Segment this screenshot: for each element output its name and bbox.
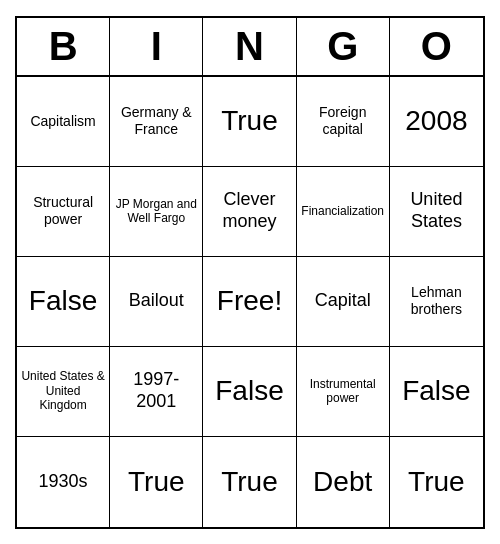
- bingo-cell-text-9: United States: [394, 189, 479, 232]
- bingo-cell-9: United States: [390, 167, 483, 257]
- bingo-cell-text-22: True: [221, 465, 278, 499]
- bingo-cell-text-2: True: [221, 104, 278, 138]
- bingo-cell-text-4: 2008: [405, 104, 467, 138]
- bingo-cell-text-12: Free!: [217, 284, 282, 318]
- bingo-cell-text-7: Clever money: [207, 189, 291, 232]
- header-letter-n: N: [203, 18, 296, 75]
- bingo-cell-text-10: False: [29, 284, 97, 318]
- bingo-cell-17: False: [203, 347, 296, 437]
- bingo-cell-text-21: True: [128, 465, 185, 499]
- bingo-cell-24: True: [390, 437, 483, 527]
- bingo-cell-text-14: Lehman brothers: [394, 284, 479, 318]
- bingo-cell-text-13: Capital: [315, 290, 371, 312]
- bingo-cell-text-23: Debt: [313, 465, 372, 499]
- bingo-cell-text-16: 1997-2001: [114, 369, 198, 412]
- bingo-cell-10: False: [17, 257, 110, 347]
- bingo-grid: CapitalismGermany & FranceTrueForeign ca…: [17, 77, 483, 527]
- bingo-cell-7: Clever money: [203, 167, 296, 257]
- bingo-cell-18: Instrumental power: [297, 347, 390, 437]
- bingo-cell-6: JP Morgan and Well Fargo: [110, 167, 203, 257]
- bingo-cell-23: Debt: [297, 437, 390, 527]
- bingo-cell-text-24: True: [408, 465, 465, 499]
- bingo-cell-text-15: United States & United Kingdom: [21, 369, 105, 412]
- bingo-cell-text-8: Financialization: [301, 204, 384, 218]
- bingo-cell-text-18: Instrumental power: [301, 377, 385, 406]
- bingo-cell-text-11: Bailout: [129, 290, 184, 312]
- bingo-cell-text-1: Germany & France: [114, 104, 198, 138]
- bingo-cell-20: 1930s: [17, 437, 110, 527]
- bingo-cell-21: True: [110, 437, 203, 527]
- bingo-cell-16: 1997-2001: [110, 347, 203, 437]
- bingo-cell-text-3: Foreign capital: [301, 104, 385, 138]
- bingo-cell-text-5: Structural power: [21, 194, 105, 228]
- bingo-cell-15: United States & United Kingdom: [17, 347, 110, 437]
- header-letter-o: O: [390, 18, 483, 75]
- bingo-cell-5: Structural power: [17, 167, 110, 257]
- header-letter-b: B: [17, 18, 110, 75]
- bingo-cell-8: Financialization: [297, 167, 390, 257]
- bingo-card: BINGO CapitalismGermany & FranceTrueFore…: [15, 16, 485, 529]
- bingo-cell-2: True: [203, 77, 296, 167]
- bingo-cell-12: Free!: [203, 257, 296, 347]
- bingo-cell-0: Capitalism: [17, 77, 110, 167]
- bingo-cell-text-17: False: [215, 374, 283, 408]
- bingo-cell-1: Germany & France: [110, 77, 203, 167]
- bingo-cell-13: Capital: [297, 257, 390, 347]
- bingo-cell-14: Lehman brothers: [390, 257, 483, 347]
- header-letter-g: G: [297, 18, 390, 75]
- bingo-cell-22: True: [203, 437, 296, 527]
- bingo-header: BINGO: [17, 18, 483, 77]
- bingo-cell-text-6: JP Morgan and Well Fargo: [114, 197, 198, 226]
- bingo-cell-text-0: Capitalism: [30, 113, 95, 130]
- bingo-cell-3: Foreign capital: [297, 77, 390, 167]
- bingo-cell-text-20: 1930s: [39, 471, 88, 493]
- bingo-cell-4: 2008: [390, 77, 483, 167]
- header-letter-i: I: [110, 18, 203, 75]
- bingo-cell-text-19: False: [402, 374, 470, 408]
- bingo-cell-11: Bailout: [110, 257, 203, 347]
- bingo-cell-19: False: [390, 347, 483, 437]
